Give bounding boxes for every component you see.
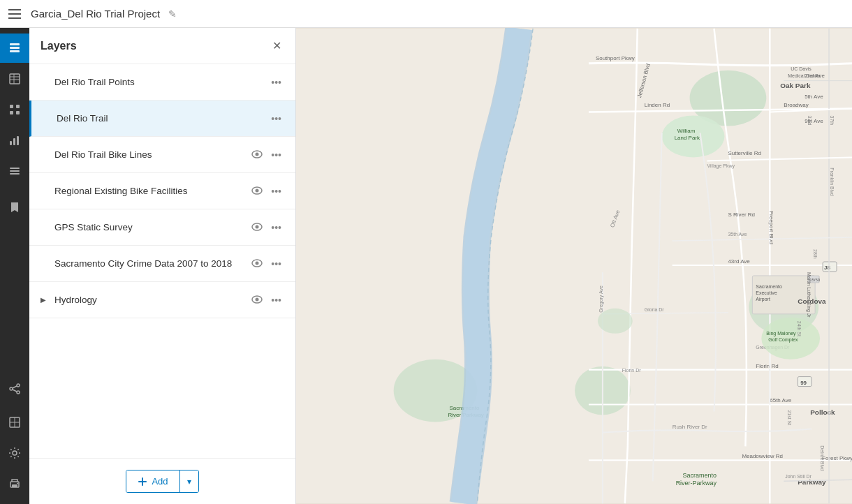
layers-close-button[interactable]: ✕ [270, 38, 284, 54]
svg-point-18 [10, 387, 13, 390]
layer-more-btn-hydrology[interactable]: ••• [268, 292, 284, 308]
svg-text:Village Pkwy: Village Pkwy [707, 163, 735, 169]
layer-name-hydrology: Hydrology [54, 294, 97, 306]
svg-text:Gloria Dr: Gloria Dr [645, 307, 665, 312]
svg-rect-41 [296, 29, 852, 503]
svg-text:35th Ave: 35th Ave [728, 232, 747, 237]
svg-rect-12 [13, 138, 15, 145]
layer-eye-btn-sacramento-crime[interactable] [249, 256, 265, 272]
layer-eye-btn-del-rio-trail-bike-lines[interactable] [249, 147, 265, 163]
layer-more-btn-sacramento-crime[interactable]: ••• [268, 256, 284, 272]
svg-text:Detroit Blvd: Detroit Blvd [820, 445, 825, 470]
svg-rect-0 [10, 43, 20, 45]
svg-rect-40 [138, 481, 147, 482]
layer-item-hydrology[interactable]: ▶ Hydrology ••• [29, 282, 295, 318]
sidebar-item-grid[interactable] [0, 95, 29, 124]
layer-more-btn-del-rio-trail-bike-lines[interactable]: ••• [268, 147, 284, 163]
svg-rect-7 [10, 105, 13, 108]
project-title: Garcia_Del Rio Trial Project [31, 8, 160, 20]
layer-eye-btn-gps-static-survey[interactable] [249, 220, 265, 235]
layer-more-btn-regional-bike[interactable]: ••• [268, 184, 284, 199]
svg-text:UC Davis: UC Davis [791, 66, 811, 71]
svg-text:99: 99 [800, 380, 807, 386]
layer-item-sacramento-crime[interactable]: Sacramento City Crime Data 2007 to 2018 … [29, 246, 295, 282]
layer-expand-hydrology[interactable]: ▶ [41, 296, 49, 304]
layer-item-regional-bike[interactable]: Regional Existing Bike Facilities ••• [29, 173, 295, 209]
svg-text:Bing Maloney: Bing Maloney [766, 331, 796, 336]
svg-text:Rush River Dr: Rush River Dr [673, 424, 707, 430]
svg-text:37th: 37th [830, 116, 835, 126]
svg-text:43rd Ave: 43rd Ave [728, 258, 750, 265]
sidebar-item-share[interactable] [0, 374, 29, 403]
add-layer-main-button[interactable]: Add [126, 470, 179, 492]
layer-eye-btn-hydrology[interactable] [249, 292, 265, 308]
sidebar-item-print[interactable] [0, 469, 29, 498]
layer-list: Del Rio Trail Points ••• Del Rio Trail •… [29, 64, 295, 458]
layer-item-del-rio-trail-points[interactable]: Del Rio Trail Points ••• [29, 64, 295, 101]
layer-item-del-rio-trail-bike-lines[interactable]: Del Rio Trail Bike Lines ••• [29, 137, 295, 173]
layer-name-del-rio-trail: Del Rio Trail [57, 112, 108, 125]
svg-text:Sutterville Rd: Sutterville Rd [728, 150, 761, 156]
layer-name-sacramento-crime: Sacramento City Crime Data 2007 to 2018 [54, 258, 232, 270]
sidebar-item-tiles[interactable] [0, 408, 29, 437]
sidebar-item-layers[interactable] [0, 34, 29, 63]
svg-text:65th Ave: 65th Ave [770, 398, 791, 404]
svg-text:Florin Dr: Florin Dr [622, 368, 641, 373]
add-layer-dropdown-button[interactable]: ▾ [180, 470, 198, 492]
svg-text:Oak Park: Oak Park [780, 82, 811, 89]
svg-text:Sacramento: Sacramento [756, 284, 782, 289]
svg-text:Medical Center: Medical Center [788, 73, 821, 78]
svg-rect-3 [10, 74, 20, 84]
svg-text:Parkway: Parkway [798, 478, 826, 486]
add-layer-button-group: Add ▾ [126, 470, 198, 493]
layers-panel-title: Layers [41, 40, 77, 52]
sidebar-item-table[interactable] [0, 64, 29, 94]
svg-point-38 [256, 297, 259, 301]
svg-rect-1 [10, 47, 20, 49]
svg-text:Gregory Ave: Gregory Ave [598, 286, 604, 313]
svg-rect-16 [10, 173, 20, 175]
layer-more-btn-del-rio-trail-points[interactable]: ••• [268, 75, 284, 90]
svg-point-19 [17, 391, 20, 394]
svg-text:Executive: Executive [756, 290, 777, 295]
svg-text:River-Parkway: River-Parkway [676, 480, 717, 487]
svg-rect-11 [10, 141, 12, 145]
main-content: Layers ✕ Del Rio Trail Points ••• Del Ri… [0, 28, 852, 504]
svg-text:Pollock: Pollock [810, 408, 835, 416]
layer-name-del-rio-trail-points: Del Rio Trail Points [54, 76, 135, 89]
layer-name-gps-static-survey: GPS Static Survey [54, 221, 133, 234]
svg-point-28 [17, 483, 18, 484]
sidebar-item-bookmark[interactable] [0, 193, 29, 222]
layer-eye-btn-regional-bike[interactable] [249, 184, 265, 199]
layer-name-regional-bike: Regional Existing Bike Facilities [54, 185, 188, 198]
svg-line-20 [13, 386, 17, 388]
map-area[interactable]: William Land Park Sacramento River Parkw… [296, 28, 852, 504]
layer-more-btn-del-rio-trail[interactable]: ••• [268, 111, 284, 126]
sidebar-item-chart[interactable] [0, 126, 29, 155]
svg-point-17 [17, 384, 20, 387]
svg-text:21st St: 21st St [787, 410, 792, 425]
svg-text:Meadowview Rd: Meadowview Rd [742, 453, 782, 459]
svg-text:33rd: 33rd [807, 116, 812, 126]
svg-rect-10 [16, 111, 20, 114]
layer-item-del-rio-trail[interactable]: Del Rio Trail ••• [29, 101, 295, 137]
svg-text:Martin Luther King Jr: Martin Luther King Jr [806, 272, 811, 318]
svg-text:J8: J8 [824, 265, 830, 271]
svg-text:5th Ave: 5th Ave [805, 94, 823, 100]
svg-point-32 [256, 188, 259, 192]
svg-point-122 [598, 309, 633, 334]
sidebar-item-settings[interactable] [0, 438, 29, 468]
svg-rect-8 [16, 105, 20, 108]
sidebar-icons [0, 28, 29, 504]
svg-text:Linden Rd: Linden Rd [645, 102, 670, 108]
layer-item-gps-static-survey[interactable]: GPS Static Survey ••• [29, 209, 295, 246]
map-svg: William Land Park Sacramento River Parkw… [296, 28, 852, 504]
svg-rect-9 [10, 111, 13, 114]
dropdown-chevron: ▾ [187, 477, 191, 487]
layer-more-btn-gps-static-survey[interactable]: ••• [268, 220, 284, 235]
svg-rect-2 [10, 50, 20, 52]
menu-icon[interactable] [8, 7, 22, 21]
edit-title-icon[interactable] [168, 8, 177, 20]
svg-text:William: William [677, 128, 696, 134]
sidebar-item-list[interactable] [0, 156, 29, 186]
